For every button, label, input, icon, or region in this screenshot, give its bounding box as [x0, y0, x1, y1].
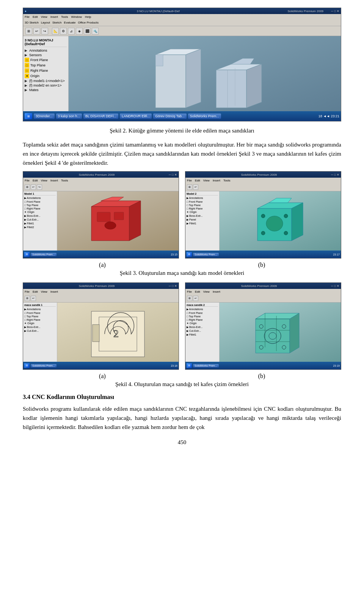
figure4b-screenshot: SolidWorks Premium 2009 ─ □ ✕ File Edit …	[185, 282, 341, 370]
svg-marker-16	[101, 197, 124, 201]
sw-window-4a: SolidWorks Premium 2009 ─ □ ✕ File Edit …	[23, 283, 179, 369]
section-heading: 3.4 CNC Kodlarının Oluşturulması	[23, 394, 341, 400]
sw3a-tbicon1: ⊞	[25, 184, 30, 190]
tree-label-frontplane: Front Plane	[30, 58, 48, 62]
sw4a-tree-item2: □ Front Plane	[24, 311, 56, 315]
sw3a-tree-item3: □ Top Plane	[24, 203, 56, 207]
sw3a-title-text: SolidWorks Premium 2009	[25, 173, 169, 177]
tree-label-model2: (f) model2 en son<1>	[29, 84, 62, 87]
toolbar-icon-2: ↩	[33, 28, 40, 35]
toolbar-icon-6: ⊿	[68, 28, 75, 35]
sw-feature-tree: 3 NO.LU MONTAJ (Default=Def ▶ Annotation…	[23, 36, 69, 121]
sw4b-tree-item6: ▶ Boss-Extr...	[187, 325, 218, 329]
sw3b-taskbarbtn: SolidWorks Prem...	[193, 253, 219, 256]
sw4a-window-ctrl: ─ □ ✕	[169, 284, 177, 288]
sw4a-tree-item1: ▶ Annotations	[24, 307, 56, 311]
sw4b-tree-item5: ✦ Origin	[187, 322, 218, 325]
sw3b-tbicon1: ⊞	[187, 184, 192, 190]
sw3b-title: SolidWorks Premium 2009 ─ □ ✕	[185, 172, 341, 178]
sw4a-taskbarbtn: SolidWorks Prem...	[31, 364, 56, 367]
svg-point-27	[261, 231, 265, 235]
figure2-caption: Şekil 2. Kütüğe gömme yöntemi ile elde e…	[23, 128, 341, 134]
tree-item-annotations: ▶ Annotations	[25, 48, 67, 53]
sw4b-tree-item2: □ Front Plane	[187, 311, 218, 315]
figure2-caption-text: Şekil 2. Kütüğe gömme yöntemi ile elde e…	[110, 128, 254, 134]
svg-marker-2	[186, 49, 201, 108]
tree-item-topplane: □ Top Plane	[25, 63, 67, 68]
figure4-caption-text: Şekil 4. Oluşturulan maça sandığı tel ka…	[115, 381, 249, 387]
tree-item-model2: ▶ (f) model2 en son<1>	[25, 83, 67, 88]
sw3b-tree-item7: ▶ Panel	[187, 218, 218, 222]
sw3a-window-ctrl: ─ □ ✕	[169, 173, 177, 177]
figure3a: SolidWorks Premium 2009 ─ □ ✕ File Edit …	[23, 171, 179, 259]
sw4b-time: 23:19	[333, 364, 340, 367]
sw4b-tree-item1: ▶ Annotations	[187, 307, 218, 311]
sw-title-text: 3 NO.LU MONTAJ (Default<Def	[29, 9, 288, 13]
sw3b-menu-insert: Insert	[213, 179, 220, 182]
sw3b-menu-view: View	[203, 179, 210, 182]
red-model-svg	[80, 191, 156, 252]
sw3a-menu-edit: Edit	[33, 179, 38, 182]
svg-rect-18	[114, 212, 124, 220]
sw3a-tree-item5: ✦ Origin	[24, 210, 56, 214]
sw4a-menu-file: File	[25, 290, 30, 293]
sw3b-start: ⊞	[187, 252, 192, 257]
svg-marker-4	[216, 70, 246, 108]
sw3a-taskbar: ⊞ SolidWorks Prem... 23:15	[23, 251, 179, 258]
sw4b-toolbar: ⊞ ↩	[185, 294, 341, 303]
tree-label-rightplane: Right Plane	[30, 69, 48, 73]
sw4b-title-text: SolidWorks Premium 2009	[187, 284, 331, 288]
toolbar-icon-7: ◈	[76, 28, 83, 35]
sw4a-menu-view: View	[41, 290, 47, 293]
sw3b-menu-file: File	[187, 179, 192, 182]
svg-marker-22	[292, 203, 303, 241]
toolbar-icon-5: ⚙	[60, 28, 67, 35]
svg-marker-6	[246, 64, 262, 108]
tree-label-annotations: Annotations	[29, 49, 47, 52]
figure3-row: SolidWorks Premium 2009 ─ □ ✕ File Edit …	[23, 171, 341, 259]
taskbar-btn-solidworks: SolidWorks Prem...	[188, 114, 221, 119]
toolbar-icon-1: ⊞	[25, 28, 32, 35]
figure3-label-row: (a) (b)	[23, 262, 341, 268]
figure3-caption-text: Şekil 3. Oluşturulan maça sandığı katı m…	[120, 270, 244, 276]
sw-logo: ●	[25, 9, 27, 13]
figure3b-screenshot: SolidWorks Premium 2009 ─ □ ✕ File Edit …	[185, 171, 341, 259]
paragraph2-text: Solidworks programı kullanılarak elde ed…	[23, 406, 341, 430]
sw3a-tree-header: Model 1	[24, 192, 56, 196]
sw4b-tree-item3: □ Top Plane	[187, 315, 218, 318]
sw-main-area: 3 NO.LU MONTAJ (Default=Def ▶ Annotation…	[23, 36, 341, 121]
sw3a-tree-item8: ▶ Fillet1	[24, 222, 56, 225]
sw4b-window-ctrl: ─ □ ✕	[331, 284, 339, 288]
figure3b-label: (b)	[182, 262, 341, 268]
toolbar-tab-sketch: Sketch	[52, 21, 61, 24]
sw4a-tree-item6: ▶ Boss-Extr...	[24, 325, 56, 329]
sw4a-tbicon2: ↩	[31, 296, 36, 301]
menu-file: File	[25, 15, 30, 19]
sw4b-viewport	[220, 303, 341, 363]
toolbar-tab-office: Office Products	[78, 21, 99, 24]
toolbar-tab-3dsketch: 3D Sketch	[25, 21, 39, 24]
taskbar-btn-3drender: 3Drender...	[34, 114, 55, 119]
svg-marker-23	[269, 198, 292, 203]
sw4b-title: SolidWorks Premium 2009 ─ □ ✕	[185, 283, 341, 289]
svg-point-24	[266, 216, 283, 231]
sw-menubar: File Edit View Insert Tools Window Help	[23, 14, 341, 19]
tree-label-sensors: Sensors	[29, 53, 42, 57]
sw3b-taskbar: ⊞ SolidWorks Prem... 23:17	[185, 251, 341, 258]
svg-marker-15	[129, 201, 141, 241]
sw4a-viewport: 2	[57, 303, 179, 363]
figure3a-label: (a)	[23, 262, 182, 268]
sw4b-start: ⊞	[187, 363, 192, 368]
tree-label-topplane: Top Plane	[30, 63, 46, 67]
sw3a-toolbar: ⊞ ↩ ↪	[23, 183, 179, 191]
sw4a-tree-item5: ✦ Origin	[24, 322, 56, 325]
page: ● 3 NO.LU MONTAJ (Default<Def SolidWorks…	[0, 0, 364, 607]
sw-window-3b: SolidWorks Premium 2009 ─ □ ✕ File Edit …	[185, 172, 341, 258]
sw3b-title-text: SolidWorks Premium 2009	[187, 173, 331, 177]
sw3a-start: ⊞	[24, 252, 30, 257]
tree-icon-origin: ✦	[25, 74, 29, 78]
3d-model-svg	[133, 47, 277, 115]
sw3a-tree-item4: □ Right Plane	[24, 207, 56, 210]
figure3-caption: Şekil 3. Oluşturulan maça sandığı katı m…	[23, 270, 341, 276]
sw3b-tree-item8: ▶ Fillet1	[187, 222, 218, 225]
